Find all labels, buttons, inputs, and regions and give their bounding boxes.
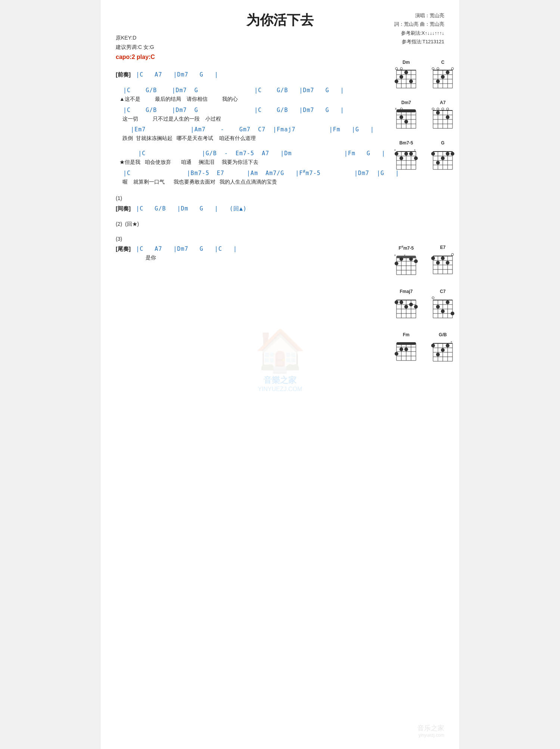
svg-point-77	[409, 152, 413, 156]
svg-point-182	[446, 344, 449, 347]
svg-point-154	[441, 309, 445, 313]
svg-point-107	[395, 262, 398, 265]
svg-point-14	[395, 79, 398, 83]
svg-point-75	[399, 156, 403, 160]
chord-c7: C7	[426, 289, 459, 326]
svg-point-45	[404, 120, 408, 124]
svg-point-181	[441, 348, 445, 352]
chord-bm75: Bm7-5 x x	[390, 140, 423, 178]
svg-point-166	[399, 347, 403, 351]
svg-point-140	[414, 305, 418, 309]
svg-point-91	[451, 152, 454, 156]
chord-dm: Dm	[390, 60, 423, 94]
interlude-label: [间奏]	[116, 205, 131, 212]
chord-fm: Fm	[390, 332, 423, 369]
svg-point-58	[442, 108, 444, 110]
chord-row-3: Bm7-5 x x	[381, 140, 459, 178]
meta-right: 演唱：荒山亮 詞：荒山亮 曲：荒山亮 参考刷法:X↑↓↓↓↑↑↑↓ 参考指法:T…	[394, 11, 444, 46]
intro-label: [前奏]	[116, 71, 131, 78]
svg-point-93	[436, 161, 440, 165]
svg-point-124	[441, 256, 445, 260]
svg-point-153	[436, 305, 440, 309]
svg-point-61	[446, 115, 449, 119]
svg-point-60	[436, 111, 440, 115]
svg-point-137	[399, 300, 403, 304]
intro-chords: |C A7 |Dm7 G |	[132, 71, 218, 78]
svg-point-12	[404, 71, 408, 74]
chord-c7-grid	[429, 295, 456, 325]
chord-fm-grid	[393, 338, 420, 368]
svg-point-90	[446, 152, 449, 156]
svg-point-122	[431, 256, 435, 260]
chord-e7-grid	[429, 251, 456, 281]
chord-c: C	[426, 60, 459, 94]
svg-point-15	[409, 79, 413, 83]
chord-row-5: Fmaj7	[381, 289, 459, 326]
chord-a7-grid	[429, 106, 456, 133]
svg-point-27	[437, 68, 439, 70]
svg-point-121	[451, 253, 454, 256]
outro-chords: |C A7 |Dm7 G |C |	[132, 246, 237, 252]
svg-point-168	[395, 352, 398, 356]
svg-point-108	[399, 257, 403, 261]
svg-point-29	[446, 71, 449, 74]
watermark-url: YINYUEZJ.COM	[255, 386, 306, 393]
svg-text:x: x	[451, 340, 452, 343]
chord-row-1: Dm	[381, 60, 459, 94]
performer: 演唱：荒山亮	[394, 11, 444, 20]
svg-text:x: x	[395, 107, 397, 110]
svg-point-151	[432, 297, 434, 299]
svg-point-110	[414, 259, 418, 263]
chord-dm-grid	[393, 66, 420, 93]
svg-rect-106	[396, 256, 416, 258]
svg-point-76	[404, 152, 408, 156]
chord-row-2: Dm7 x	[381, 100, 459, 134]
watermark: 🏠 音樂之家 YINYUEZJ.COM	[255, 327, 306, 393]
svg-point-56	[432, 108, 434, 110]
chord-dm7: Dm7 x	[390, 100, 423, 134]
svg-text:x: x	[394, 253, 396, 257]
chord-a7: A7	[426, 100, 459, 134]
chord-g: G	[426, 140, 459, 178]
chord-g-grid	[429, 146, 456, 176]
svg-point-180	[431, 344, 435, 347]
chord-e7: E7	[426, 245, 459, 283]
lyrics-credits: 詞：荒山亮 曲：荒山亮	[394, 20, 444, 28]
chord-fsharp-m75-grid: x x	[393, 252, 420, 281]
svg-point-155	[451, 312, 454, 315]
chord-fmaj7-grid	[393, 295, 420, 325]
svg-text:x: x	[414, 148, 416, 152]
svg-point-26	[432, 68, 434, 70]
chord-diagrams: Dm	[381, 60, 459, 375]
svg-point-138	[404, 305, 408, 309]
svg-point-167	[404, 347, 408, 351]
fingering: 参考指法:T1213121	[394, 37, 444, 46]
chord-fmaj7: Fmaj7	[390, 289, 423, 326]
chord-row-4: F#m7-5 x x	[381, 245, 459, 283]
svg-point-57	[437, 108, 439, 110]
chord-bm75-grid: x x	[393, 146, 420, 176]
footer-watermark: 音乐之家 yinyuezj.com	[417, 724, 444, 738]
chord-gb-grid: x	[429, 338, 456, 368]
svg-point-78	[414, 156, 418, 160]
strumming: 参考刷法:X↑↓↓↓↑↑↑↓	[394, 29, 444, 37]
chord-dm7-grid: x	[393, 106, 420, 133]
chord-row-6: Fm G/B	[381, 332, 459, 369]
watermark-icon: 🏠	[255, 327, 306, 375]
svg-point-183	[436, 353, 440, 356]
svg-point-152	[446, 300, 449, 304]
chord-fsharp-m75: F#m7-5 x x	[390, 245, 423, 283]
svg-point-109	[409, 257, 413, 261]
svg-point-74	[395, 152, 398, 156]
svg-point-59	[447, 108, 449, 110]
svg-point-136	[395, 300, 398, 304]
svg-point-123	[436, 261, 440, 265]
svg-point-11	[400, 68, 402, 70]
page-container: 为你活下去 原KEY:D 建议男调:C 女:G capo:2 play:C 演唱…	[101, 0, 459, 749]
svg-point-44	[399, 115, 403, 119]
outro-label: [尾奏]	[116, 246, 131, 252]
svg-point-30	[441, 75, 445, 79]
svg-point-92	[441, 156, 445, 160]
svg-point-125	[446, 261, 449, 265]
footer-logo: 音乐之家	[417, 724, 444, 733]
